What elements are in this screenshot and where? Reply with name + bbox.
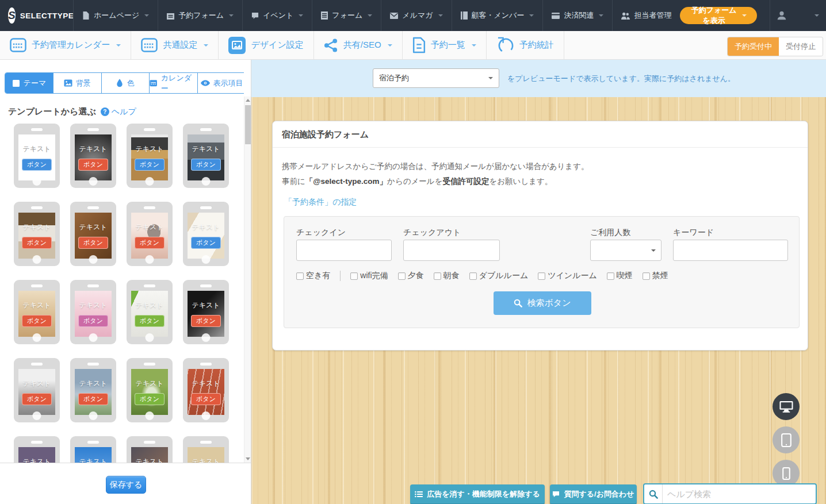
template-thumbnail[interactable]: テキスト ボタン (183, 436, 229, 463)
template-thumbnail[interactable]: テキスト ボタン (127, 202, 173, 266)
checkbox-icon[interactable] (469, 272, 477, 280)
checkbox-icon[interactable] (350, 272, 358, 280)
guests-select[interactable] (590, 240, 661, 261)
nav-item-event[interactable]: イベント (242, 0, 312, 31)
search-button[interactable]: 検索ボタン (494, 291, 591, 315)
toolbar-item-reservation-stats[interactable]: 予約統計 (487, 31, 564, 59)
device-tablet-button[interactable] (773, 426, 800, 453)
checkin-input[interactable] (296, 240, 392, 261)
contact-button[interactable]: 質問する/お問合わせ (550, 484, 637, 504)
template-thumbnail[interactable]: テキスト ボタン (14, 436, 60, 463)
help-link[interactable]: ヘルプ (101, 107, 136, 117)
filter-checkbox[interactable]: 空き有 (296, 271, 341, 281)
nav-item-form[interactable]: フォーム (312, 0, 381, 31)
template-thumbnail[interactable]: テキスト ボタン (14, 280, 60, 344)
scroll-up-arrow-icon[interactable] (244, 97, 251, 104)
remove-ads-button[interactable]: 広告を消す・機能制限を解除する (410, 484, 545, 504)
nav-item-newsletter[interactable]: メルマガ (381, 0, 451, 31)
scrollbar-thumb[interactable] (245, 105, 251, 144)
checkbox-icon[interactable] (296, 272, 304, 280)
toolbar-item-design-settings[interactable]: デザイン設定 (219, 31, 313, 59)
nav-item-homepage[interactable]: ホームページ (73, 0, 158, 31)
device-phone-button[interactable] (773, 460, 800, 487)
filter-checkbox[interactable]: ツインルーム (538, 271, 597, 281)
tab-color[interactable]: 色 (101, 73, 150, 93)
toolbar-item-common-settings[interactable]: 共通設定 (131, 31, 219, 59)
phone-home-button-icon (89, 255, 98, 264)
nav-item-label: メルマガ (402, 10, 433, 21)
template-screen: テキスト ボタン (131, 134, 168, 180)
filter-checkbox[interactable]: ダブルルーム (469, 271, 529, 281)
template-thumbnail[interactable]: テキスト ボタン (14, 124, 60, 188)
checkbox-icon[interactable] (538, 272, 545, 280)
status-stopped-button[interactable]: 受付停止 (779, 37, 823, 56)
template-thumbnail[interactable]: テキスト ボタン (70, 124, 116, 188)
nav-item-reservation-form[interactable]: 予約フォーム (158, 0, 242, 31)
template-text-label: テキスト (192, 144, 220, 154)
nav-item-customers[interactable]: 顧客・メンバー (452, 0, 543, 31)
toolbar-item-reservation-list[interactable]: 予約一覧 (403, 31, 487, 59)
template-thumbnail[interactable]: テキスト ボタン (70, 202, 116, 266)
status-accepting-button[interactable]: 予約受付中 (728, 37, 779, 56)
filter-checkbox[interactable]: 朝食 (434, 271, 460, 281)
tab-display-items[interactable]: 表示項目 (197, 73, 244, 93)
reservation-condition-link[interactable]: 「予約条件」の指定 (284, 197, 357, 207)
image-icon (64, 79, 72, 87)
show-reservation-form-button[interactable]: 予約フォームを表示 (680, 7, 756, 24)
filter-checkbox[interactable]: 禁煙 (643, 271, 668, 281)
template-text-label: テキスト (135, 144, 163, 154)
checkout-input[interactable] (403, 240, 500, 261)
checkbox-label: 空き有 (306, 271, 330, 281)
scroll-down-arrow-icon[interactable] (244, 455, 251, 463)
template-thumbnail[interactable]: テキスト ボタン (127, 280, 173, 344)
device-desktop-button[interactable] (773, 393, 800, 420)
phone-home-button-icon (202, 177, 211, 186)
tab-calendar[interactable]: カレンダー (149, 73, 197, 93)
template-thumbnail[interactable]: テキスト ボタン (14, 358, 60, 422)
template-thumbnail[interactable]: テキスト ボタン (183, 358, 229, 422)
template-thumbnail[interactable]: テキスト ボタン (127, 358, 173, 422)
notice-allow-setting: 受信許可設定 (442, 177, 489, 186)
template-thumbnail[interactable]: テキスト ボタン (127, 436, 173, 463)
filter-checkbox[interactable]: 喫煙 (607, 271, 633, 281)
sidebar-scrollbar[interactable] (244, 97, 251, 463)
checkbox-icon[interactable] (434, 272, 441, 280)
template-thumbnail[interactable]: テキスト ボタン (14, 202, 60, 266)
save-button[interactable]: 保存する (106, 476, 146, 494)
template-thumbnail[interactable]: テキスト ボタン (70, 436, 116, 463)
help-search-input[interactable] (663, 489, 816, 499)
checkbox-icon[interactable] (607, 272, 614, 280)
toolbar-item-reservation-calendar[interactable]: 予約管理カレンダー (0, 31, 131, 59)
search-icon (644, 484, 663, 503)
template-text-label: テキスト (79, 301, 107, 310)
template-thumbnail[interactable]: テキスト ボタン (70, 280, 116, 344)
template-thumbnail[interactable]: テキスト ボタン (183, 202, 229, 266)
filter-checkbox[interactable]: wifi完備 (350, 271, 388, 281)
caret-down-icon (529, 14, 534, 17)
keyword-input[interactable] (673, 240, 788, 261)
phone-speaker-icon (31, 441, 43, 444)
template-screen: テキスト ボタン (131, 447, 168, 463)
tab-background[interactable]: 背景 (53, 73, 101, 93)
template-screen: テキスト ボタン (18, 134, 55, 180)
app-logo[interactable]: S SELECTTYPE (0, 0, 73, 31)
preview-form-select-value: 宿泊予約 (379, 73, 409, 83)
credit-card-icon (552, 13, 560, 19)
nav-item-payment[interactable]: 決済関連 (542, 0, 612, 31)
checkbox-icon[interactable] (398, 272, 406, 280)
selecttype-logo-icon: S (8, 7, 16, 24)
preview-form-select[interactable]: 宿泊予約 (373, 68, 499, 88)
tab-label: 表示項目 (213, 78, 243, 89)
template-thumbnail[interactable]: テキスト ボタン (127, 124, 173, 188)
filter-checkbox[interactable]: 夕食 (398, 271, 424, 281)
template-text-label: テキスト (192, 301, 220, 310)
nav-item-staff[interactable]: 担当者管理 (612, 0, 680, 31)
form-title: 宿泊施設予約フォーム (282, 129, 369, 140)
checkbox-icon[interactable] (643, 272, 650, 280)
template-thumbnail[interactable]: テキスト ボタン (183, 124, 229, 188)
template-thumbnail[interactable]: テキスト ボタン (70, 358, 116, 422)
user-menu[interactable] (770, 0, 826, 31)
template-thumbnail[interactable]: テキスト ボタン (183, 280, 229, 344)
tab-theme[interactable]: テーマ (5, 73, 53, 93)
toolbar-item-share-seo[interactable]: 共有/SEO (314, 31, 403, 59)
